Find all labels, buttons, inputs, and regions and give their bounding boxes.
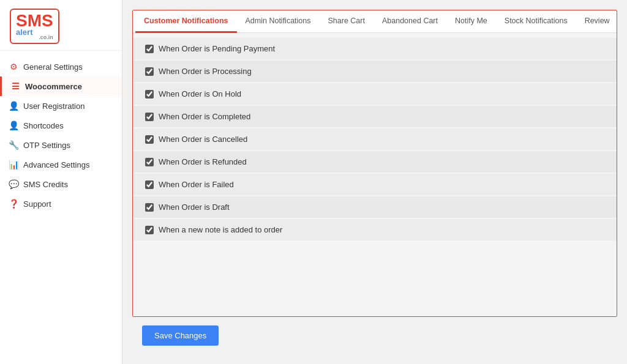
checkbox-new-note[interactable] xyxy=(145,226,154,234)
checkbox-processing[interactable] xyxy=(145,67,154,76)
tab-admin-notifications[interactable]: Admin Notifications xyxy=(237,10,320,33)
order-item-label: When Order is Processing xyxy=(159,67,252,76)
checkbox-draft[interactable] xyxy=(145,203,154,212)
sidebar-item-sms-credits[interactable]: 💬 SMS Credits xyxy=(0,174,122,194)
order-item-label: When Order is Pending Payment xyxy=(159,44,275,53)
checkbox-pending-payment[interactable] xyxy=(145,45,154,53)
sidebar-item-support[interactable]: ❓ Support xyxy=(0,194,122,214)
sidebar-item-advanced-settings[interactable]: 📊 Advanced Settings xyxy=(0,155,122,174)
checkbox-failed[interactable] xyxy=(145,180,154,189)
sidebar-item-label: OTP Settings xyxy=(23,141,70,150)
checkbox-refunded[interactable] xyxy=(145,158,154,166)
order-item-refunded: When Order is Refunded xyxy=(133,151,617,173)
order-item-pending-payment: When Order is Pending Payment xyxy=(133,38,617,59)
sidebar-item-label: User Registration xyxy=(23,102,84,111)
tabs-bar: Customer Notifications Admin Notificatio… xyxy=(133,10,617,33)
checkbox-cancelled[interactable] xyxy=(145,135,154,144)
order-item-label: When Order is Draft xyxy=(159,202,230,212)
sidebar: SMS alert .co.in ⚙ General Settings ☰ Wo… xyxy=(0,0,122,364)
footer-bar: Save Changes xyxy=(132,317,617,354)
tab-share-cart[interactable]: Share Cart xyxy=(320,10,374,33)
tab-review[interactable]: Review xyxy=(576,10,617,33)
sidebar-nav: ⚙ General Settings ☰ Woocommerce 👤 User … xyxy=(0,51,122,220)
order-item-draft: When Order is Draft xyxy=(133,196,617,218)
checkbox-completed[interactable] xyxy=(145,113,154,121)
sms-credits-icon: 💬 xyxy=(9,179,18,189)
order-item-failed: When Order is Failed xyxy=(133,174,617,195)
user-icon: 👤 xyxy=(9,101,18,111)
order-item-label: When Order is Completed xyxy=(159,112,250,121)
advanced-icon: 📊 xyxy=(9,160,18,169)
logo-area: SMS alert .co.in xyxy=(0,0,122,51)
sidebar-item-label: Shortcodes xyxy=(23,121,64,130)
tab-customer-notifications[interactable]: Customer Notifications xyxy=(135,10,237,33)
order-item-label: When Order is Cancelled xyxy=(159,135,247,144)
tab-notify-me[interactable]: Notify Me xyxy=(446,10,496,33)
sidebar-item-label: Advanced Settings xyxy=(23,160,89,169)
sidebar-item-user-registration[interactable]: 👤 User Registration xyxy=(0,96,122,116)
main-panel: Customer Notifications Admin Notificatio… xyxy=(132,10,617,317)
list-icon: ☰ xyxy=(10,81,20,91)
logo: SMS alert .co.in xyxy=(10,9,59,44)
sidebar-item-woocommerce[interactable]: ☰ Woocommerce xyxy=(0,76,122,96)
sidebar-item-label: SMS Credits xyxy=(23,180,68,189)
order-item-on-hold: When Order is On Hold xyxy=(133,83,617,105)
order-item-label: When a new note is added to order xyxy=(159,225,282,234)
sidebar-item-label: Support xyxy=(23,199,51,209)
checkbox-on-hold[interactable] xyxy=(145,90,154,98)
sidebar-item-shortcodes[interactable]: 👤 Shortcodes xyxy=(0,116,122,135)
logo-sms: SMS alert .co.in xyxy=(16,11,53,40)
order-item-completed: When Order is Completed xyxy=(133,106,617,127)
tab-content: When Order is Pending Payment When Order… xyxy=(133,33,617,316)
tab-stock-notifications[interactable]: Stock Notifications xyxy=(496,10,576,33)
tab-abandoned-cart[interactable]: Abandoned Cart xyxy=(374,10,446,33)
gear-icon: ⚙ xyxy=(9,62,18,72)
sidebar-item-otp-settings[interactable]: 🔧 OTP Settings xyxy=(0,135,122,155)
order-item-cancelled: When Order is Cancelled xyxy=(133,128,617,150)
order-item-new-note: When a new note is added to order xyxy=(133,219,617,240)
order-item-label: When Order is Failed xyxy=(159,180,234,189)
order-item-label: When Order is Refunded xyxy=(159,157,247,166)
wrench-icon: 🔧 xyxy=(9,140,18,150)
order-item-label: When Order is On Hold xyxy=(159,89,241,98)
save-changes-button[interactable]: Save Changes xyxy=(142,325,219,346)
sidebar-item-general-settings[interactable]: ⚙ General Settings xyxy=(0,57,122,76)
sidebar-item-label: Woocommerce xyxy=(25,82,82,91)
support-icon: ❓ xyxy=(9,199,18,209)
sidebar-item-label: General Settings xyxy=(23,62,83,72)
shortcodes-icon: 👤 xyxy=(9,121,18,130)
order-item-processing: When Order is Processing xyxy=(133,61,617,82)
